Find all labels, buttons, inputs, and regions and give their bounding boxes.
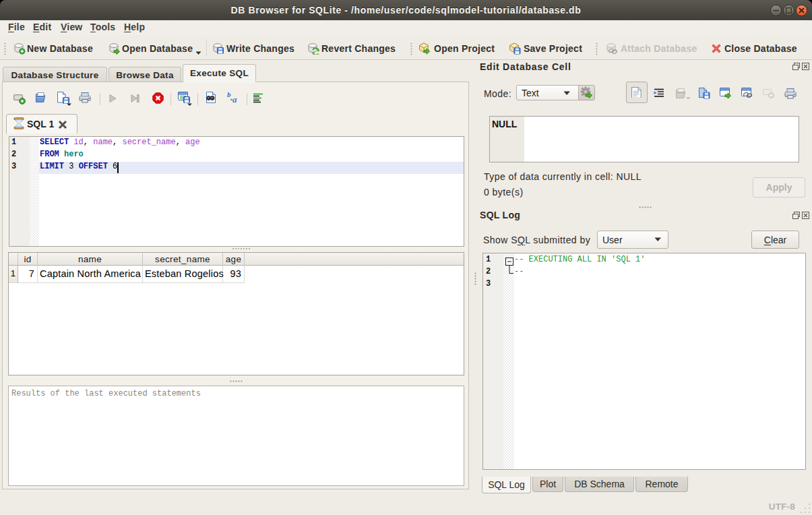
svg-text:a: a <box>232 94 237 104</box>
svg-text:b: b <box>227 91 231 98</box>
